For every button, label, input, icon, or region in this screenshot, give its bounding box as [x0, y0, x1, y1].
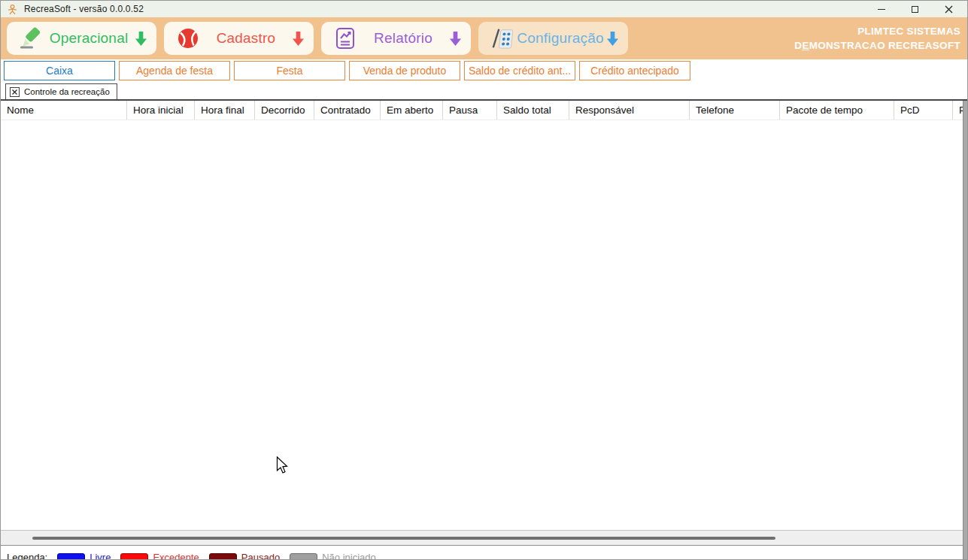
legend-item-pausado: Pausado: [209, 552, 280, 560]
column-header-saldo-total[interactable]: Saldo total: [497, 101, 569, 120]
brand-line1: PLIMTEC SISTEMAS: [794, 24, 960, 38]
subtab-saldo-de-credito[interactable]: Saldo de crédito ant...: [464, 61, 575, 80]
app-window: RecreaSoft - versão 0.0.0.52 Operacional: [0, 0, 968, 560]
menu-operacional-label: Operacional: [43, 30, 135, 47]
menu-cadastro-label: Cadastro: [200, 30, 292, 47]
maximize-icon: [912, 6, 918, 13]
legend-item-excedente: Excedente: [120, 552, 199, 560]
legend-item-nao-iniciado: Não iniciado: [290, 552, 376, 560]
horizontal-scrollbar-thumb[interactable]: [32, 537, 775, 540]
brand-line2: DEMONSTRACAO RECREASOFT: [794, 38, 960, 53]
document-tab-strip: Controle da recreação: [1, 83, 967, 101]
vertical-scrollbar[interactable]: [963, 101, 967, 560]
column-header-hora-final[interactable]: Hora final: [195, 101, 255, 120]
brand-text: PLIMTEC SISTEMAS DEMONSTRACAO RECREASOFT: [794, 24, 960, 53]
column-header-responsavel[interactable]: Responsável: [569, 101, 690, 120]
dropdown-arrow-icon: [606, 31, 619, 47]
menu-configuracao[interactable]: Configuração: [478, 22, 628, 55]
close-button[interactable]: [932, 1, 966, 17]
close-icon: [945, 5, 953, 14]
legend-label-nao-iniciado: Não iniciado: [322, 552, 376, 560]
legend-label-livre: Livre: [90, 552, 111, 560]
legend-swatch-nao-iniciado: [290, 553, 317, 560]
grid-body-empty: [1, 120, 967, 530]
column-header-contratado[interactable]: Contratado: [314, 101, 381, 120]
ribbon: Operacional Cadastro Relatório: [1, 17, 967, 59]
grid-header-row: Nome Hora inicial Hora final Decorrido C…: [1, 101, 967, 120]
menu-operacional[interactable]: Operacional: [7, 22, 156, 55]
report-chart-icon: [333, 26, 357, 50]
subtab-bar: Caixa Agenda de festa Festa Venda de pro…: [1, 59, 967, 83]
menu-relatorio-label: Relatório: [357, 30, 449, 47]
marker-icon: [19, 26, 43, 50]
tab-close-button[interactable]: [10, 87, 20, 97]
mouse-cursor: [276, 456, 290, 474]
menu-cadastro[interactable]: Cadastro: [164, 22, 314, 55]
dropdown-arrow-icon: [135, 31, 147, 47]
legend-label-excedente: Excedente: [153, 552, 199, 560]
subtab-festa[interactable]: Festa: [234, 61, 345, 80]
legend-swatch-excedente: [120, 553, 148, 560]
legend-swatch-livre: [57, 553, 85, 560]
maximize-button[interactable]: [898, 1, 932, 17]
column-header-pcd[interactable]: PcD: [894, 101, 953, 120]
app-logo-icon: [7, 4, 18, 15]
minimize-icon: [878, 9, 885, 10]
column-header-em-aberto[interactable]: Em aberto: [381, 101, 443, 120]
column-header-telefone[interactable]: Telefone: [690, 101, 780, 120]
legend-item-livre: Livre: [57, 552, 111, 560]
column-header-decorrido[interactable]: Decorrido: [255, 101, 314, 120]
subtab-caixa[interactable]: Caixa: [4, 61, 115, 80]
subtab-agenda-de-festa[interactable]: Agenda de festa: [119, 61, 230, 80]
tab-controle-da-recreacao[interactable]: Controle da recreação: [5, 83, 117, 99]
column-header-nome[interactable]: Nome: [1, 101, 127, 120]
legend-bar: Legenda: Livre Excedente Pausado Não ini…: [1, 545, 967, 560]
legend-label-pausado: Pausado: [241, 552, 280, 560]
column-header-pacote-de-tempo[interactable]: Pacote de tempo: [780, 101, 894, 120]
window-controls: [864, 1, 966, 17]
column-header-pausa[interactable]: Pausa: [443, 101, 497, 120]
subtab-venda-de-produto[interactable]: Venda de produto: [349, 61, 460, 80]
tab-label: Controle da recreação: [24, 87, 110, 96]
menu-relatorio[interactable]: Relatório: [321, 22, 471, 55]
minimize-button[interactable]: [864, 1, 898, 17]
title-bar: RecreaSoft - versão 0.0.0.52: [1, 1, 967, 17]
column-header-hora-inicial[interactable]: Hora inicial: [127, 101, 195, 120]
close-icon: [12, 89, 17, 95]
legend-swatch-pausado: [209, 553, 237, 560]
horizontal-scrollbar[interactable]: [1, 530, 967, 545]
domino-icon: [490, 26, 514, 50]
dropdown-arrow-icon: [449, 31, 462, 47]
subtab-credito-antecipado[interactable]: Crédito antecipado: [579, 61, 690, 80]
dropdown-arrow-icon: [292, 31, 305, 47]
ball-icon: [176, 26, 200, 50]
window-title: RecreaSoft - versão 0.0.0.52: [24, 4, 144, 14]
menu-configuracao-label: Configuração: [514, 30, 606, 47]
legend-title: Legenda:: [7, 552, 47, 560]
